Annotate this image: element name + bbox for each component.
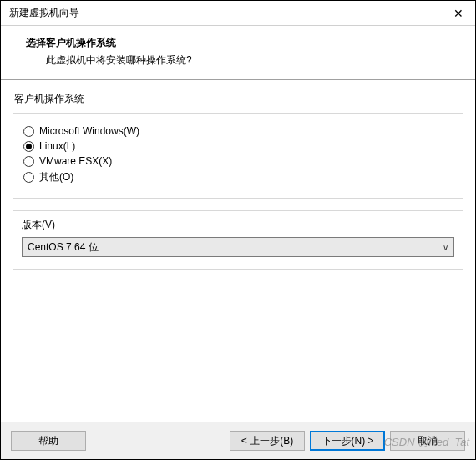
wizard-window: 新建虚拟机向导 ✕ 选择客户机操作系统 此虚拟机中将安装哪种操作系统? 客户机操…	[0, 0, 476, 460]
version-label: 版本(V)	[22, 218, 454, 232]
button-label: < 上一步(B)	[241, 434, 293, 448]
page-heading: 选择客户机操作系统	[26, 36, 460, 50]
help-button[interactable]: 帮助	[11, 431, 86, 451]
close-icon[interactable]: ✕	[450, 7, 467, 20]
wizard-header: 选择客户机操作系统 此虚拟机中将安装哪种操作系统?	[1, 26, 475, 79]
radio-option-linux[interactable]: Linux(L)	[23, 140, 453, 152]
radio-icon	[23, 172, 34, 183]
radio-option-windows[interactable]: Microsoft Windows(W)	[23, 125, 453, 137]
button-label: 取消	[418, 434, 438, 448]
window-title: 新建虚拟机向导	[9, 6, 79, 20]
chevron-down-icon: ∨	[443, 243, 448, 252]
cancel-button[interactable]: 取消	[390, 431, 465, 451]
wizard-footer: 帮助 < 上一步(B) 下一步(N) > 取消	[1, 422, 475, 459]
radio-icon	[23, 156, 34, 167]
button-label: 帮助	[38, 434, 58, 448]
radio-label: 其他(O)	[39, 170, 73, 185]
os-group-label: 客户机操作系统	[14, 92, 463, 106]
wizard-content: 客户机操作系统 Microsoft Windows(W) Linux(L) VM…	[1, 80, 475, 422]
version-group: 版本(V) CentOS 7 64 位 ∨	[13, 210, 463, 270]
radio-option-other[interactable]: 其他(O)	[23, 170, 453, 185]
os-radio-group: Microsoft Windows(W) Linux(L) VMware ESX…	[13, 113, 463, 199]
radio-label: VMware ESX(X)	[39, 155, 112, 167]
radio-icon	[23, 141, 34, 152]
version-select[interactable]: CentOS 7 64 位 ∨	[22, 237, 454, 257]
radio-label: Linux(L)	[39, 140, 75, 152]
version-selected-value: CentOS 7 64 位	[28, 240, 99, 255]
radio-label: Microsoft Windows(W)	[39, 125, 139, 137]
next-button[interactable]: 下一步(N) >	[310, 431, 385, 451]
button-label: 下一步(N) >	[322, 434, 374, 448]
radio-icon	[23, 126, 34, 137]
back-button[interactable]: < 上一步(B)	[230, 431, 305, 451]
page-subheading: 此虚拟机中将安装哪种操作系统?	[46, 53, 460, 68]
radio-option-vmware-esx[interactable]: VMware ESX(X)	[23, 155, 453, 167]
titlebar: 新建虚拟机向导 ✕	[1, 1, 475, 26]
